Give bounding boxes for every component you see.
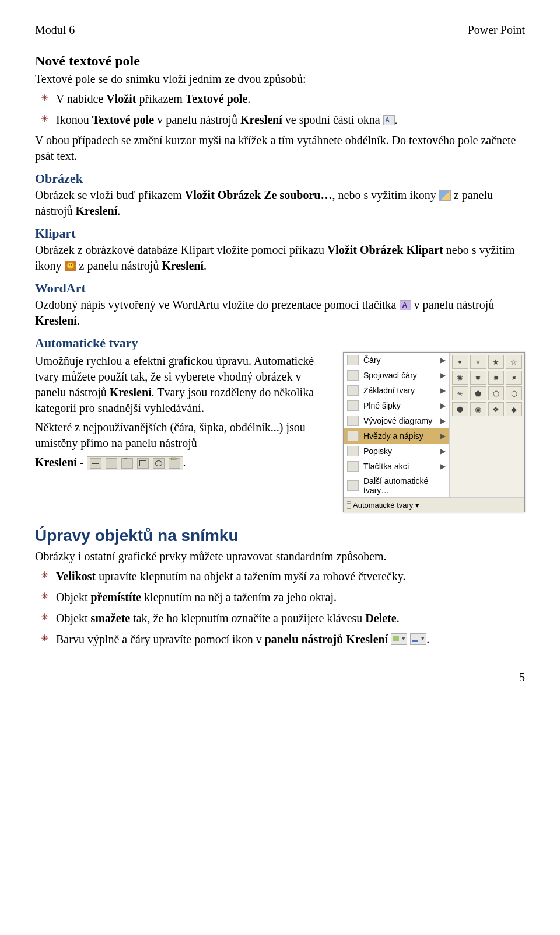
palette-shape[interactable]: ✧ [470, 355, 487, 369]
autoshapes-menu-footer[interactable]: Automatické tvary ▾ [344, 497, 524, 512]
header-left: Modul 6 [35, 23, 75, 37]
palette-shape[interactable]: ❖ [488, 402, 505, 416]
menu-item[interactable]: Tlačítka akcí▶ [344, 459, 449, 474]
intro-text: Obrázky i ostatní grafické prvky můžete … [35, 549, 525, 564]
clipart-icon [65, 261, 76, 271]
page-header: Modul 6 Power Point [35, 23, 525, 37]
heading-textove-pole: Nové textové pole [35, 53, 525, 69]
menu-footer-label: Automatické tvary ▾ [353, 501, 419, 510]
menu-item-label: Čáry [363, 355, 436, 365]
paragraph: Ozdobný nápis vytvořený ve WordArtu vlož… [35, 297, 525, 329]
rectangle-tool-icon[interactable] [137, 458, 149, 469]
paragraph: Umožňuje rychlou a efektní grafickou úpr… [35, 353, 332, 416]
menu-item-label: Popisky [363, 446, 436, 456]
palette-shape[interactable]: ⬡ [506, 386, 522, 400]
shape-glyph-icon: ✸ [493, 374, 499, 382]
autoshapes-menu: Čáry▶Spojovací čáry▶Základní tvary▶Plné … [343, 352, 525, 512]
menu-item[interactable]: Čáry▶ [344, 353, 449, 368]
page-number: 5 [35, 671, 525, 684]
menu-item[interactable]: Plné šipky▶ [344, 398, 449, 413]
shape-glyph-icon: ✳ [457, 389, 463, 398]
paragraph: Některé z nejpoužívanějších (čára, šipka… [35, 420, 332, 451]
palette-shape[interactable]: ⬟ [470, 386, 487, 400]
shape-glyph-icon: ★ [492, 358, 499, 367]
menu-item-label: Vývojové diagramy [363, 416, 436, 425]
menu-item-icon [347, 480, 359, 491]
palette-shape[interactable]: ★ [488, 355, 505, 369]
paragraph: V obou případech se změní kurzor myši na… [35, 132, 525, 164]
shape-glyph-icon: ☆ [510, 358, 517, 367]
paragraph: Obrázek z obrázkové databáze Klipart vlo… [35, 242, 525, 274]
header-right: Power Point [468, 23, 525, 37]
menu-item[interactable]: Spojovací čáry▶ [344, 368, 449, 383]
chevron-right-icon: ▶ [440, 417, 446, 425]
menu-item-label: Plné šipky [363, 401, 436, 410]
shape-glyph-icon: ❖ [492, 405, 499, 414]
menu-item[interactable]: Vývojové diagramy▶ [344, 413, 449, 428]
heading-obrazek: Obrázek [35, 171, 525, 186]
palette-shape[interactable]: ☆ [506, 355, 522, 369]
autoshapes-menu-list: Čáry▶Spojovací čáry▶Základní tvary▶Plné … [344, 353, 450, 497]
arrow-tool-icon[interactable] [106, 458, 117, 469]
palette-shape[interactable]: ✷ [506, 371, 522, 385]
fill-color-icon[interactable] [391, 633, 407, 645]
palette-shape[interactable]: ✺ [452, 371, 468, 385]
paragraph: Obrázek se vloží buď příkazem Vložit Obr… [35, 187, 525, 219]
palette-shape[interactable]: ◉ [470, 402, 487, 416]
stars-banners-palette: ✦✧★☆✺✹✸✷✳⬟⬠⬡⬢◉❖◆ [450, 353, 524, 497]
palette-shape[interactable]: ⬢ [452, 402, 468, 416]
palette-shape[interactable]: ✦ [452, 355, 468, 369]
palette-shape[interactable]: ✹ [470, 371, 487, 385]
chevron-right-icon: ▶ [440, 402, 446, 410]
line-color-icon[interactable] [410, 633, 426, 645]
list-item: Objekt smažete tak, že ho klepnutím ozna… [35, 610, 525, 626]
list-item: V nabídce Vložit příkazem Textové pole. [35, 90, 525, 107]
palette-shape[interactable]: ◆ [506, 402, 522, 416]
list-item: Barvu výplně a čáry upravíte pomocí ikon… [35, 631, 525, 647]
intro-text: Textové pole se do snímku vloží jedním z… [35, 71, 525, 87]
menu-item[interactable]: Základní tvary▶ [344, 383, 449, 398]
palette-shape[interactable]: ⬠ [488, 386, 505, 400]
menu-item-icon [347, 385, 359, 396]
heading-klipart: Klipart [35, 226, 525, 241]
wordart-icon [400, 300, 411, 310]
menu-item-icon [347, 370, 359, 381]
chevron-right-icon: ▶ [440, 356, 446, 364]
menu-item[interactable]: Další automatické tvary… [344, 474, 449, 497]
chevron-right-icon: ▶ [440, 371, 446, 379]
line-tool-icon[interactable] [90, 458, 102, 469]
menu-item-icon [347, 446, 359, 456]
insert-methods-list: V nabídce Vložit příkazem Textové pole. … [35, 90, 525, 128]
edit-objects-list: Velikost upravíte klepnutím na objekt a … [35, 568, 525, 647]
oval-tool-icon[interactable] [153, 458, 164, 469]
shape-glyph-icon: ◆ [511, 405, 517, 414]
shape-glyph-icon: ✧ [475, 358, 481, 367]
shape-glyph-icon: ✺ [457, 374, 463, 382]
menu-item-label: Spojovací čáry [363, 371, 436, 380]
menu-item-icon [347, 355, 359, 365]
document-page: Modul 6 Power Point Nové textové pole Te… [0, 0, 560, 707]
shape-glyph-icon: ⬡ [511, 389, 517, 398]
shape-glyph-icon: ⬠ [493, 389, 499, 398]
menu-item[interactable]: Hvězdy a nápisy▶ [344, 428, 449, 444]
cube-tool-icon[interactable] [169, 458, 180, 469]
shape-glyph-icon: ✹ [475, 374, 481, 382]
palette-shape[interactable]: ✸ [488, 371, 505, 385]
menu-item-label: Základní tvary [363, 386, 436, 395]
menu-item-icon [347, 461, 359, 472]
text-box-icon [383, 115, 395, 125]
menu-item-label: Tlačítka akcí [363, 462, 436, 471]
menu-item-icon [347, 431, 359, 441]
chevron-right-icon: ▶ [440, 447, 446, 455]
chevron-right-icon: ▶ [440, 432, 446, 440]
heading-automaticke-tvary: Automatické tvary [35, 336, 525, 351]
grip-icon [347, 500, 351, 510]
list-item: Velikost upravíte klepnutím na objekt a … [35, 568, 525, 584]
menu-item[interactable]: Popisky▶ [344, 444, 449, 459]
connector-tool-icon[interactable] [121, 458, 133, 469]
palette-shape[interactable]: ✳ [452, 386, 468, 400]
paragraph: Kreslení - . [35, 455, 332, 470]
chevron-right-icon: ▶ [440, 462, 446, 470]
menu-item-label: Hvězdy a nápisy [363, 431, 436, 441]
menu-item-icon [347, 400, 359, 411]
